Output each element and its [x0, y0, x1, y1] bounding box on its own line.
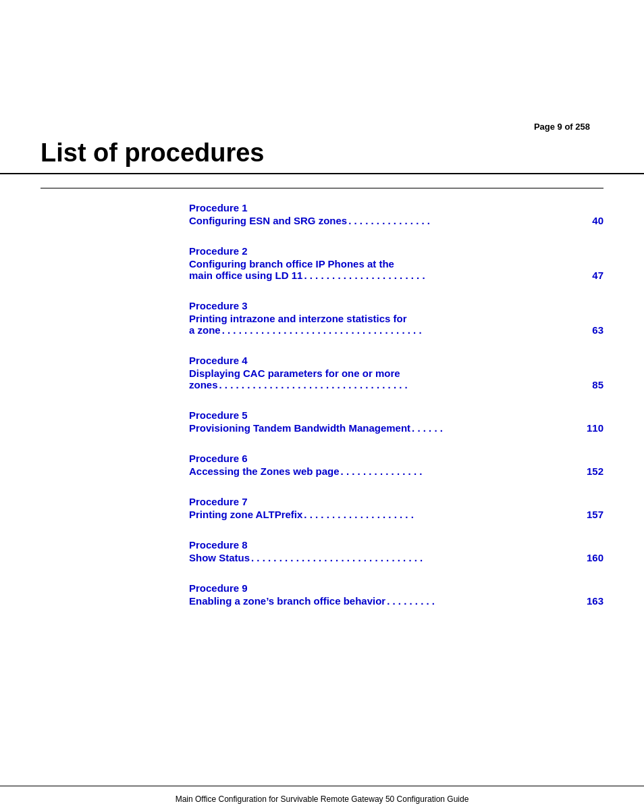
- content-area: Procedure 1Configuring ESN and SRG zones…: [0, 195, 644, 786]
- procedure-item-9[interactable]: Procedure 9Enabling a zone’s branch offi…: [189, 582, 603, 607]
- procedure-label-7: Procedure 7: [189, 496, 603, 507]
- procedure-title-7: Printing zone ALTPrefix: [189, 509, 302, 520]
- procedure-title-8: Show Status: [189, 552, 250, 563]
- procedure-page-1: 40: [592, 215, 603, 226]
- procedure-dots-7: . . . . . . . . . . . . . . . . . . . .: [304, 509, 585, 520]
- procedure-title-9: Enabling a zone’s branch office behavior: [189, 595, 385, 607]
- procedure-dots-1: . . . . . . . . . . . . . . .: [348, 215, 591, 226]
- procedure-title-2: main office using LD 11: [189, 270, 302, 281]
- procedure-title-6: Accessing the Zones web page: [189, 465, 340, 477]
- procedure-item-2[interactable]: Procedure 2Configuring branch office IP …: [189, 245, 603, 281]
- procedure-page-4: 85: [592, 379, 603, 390]
- page-title: List of procedures: [41, 138, 603, 173]
- procedure-label-8: Procedure 8: [189, 539, 603, 551]
- procedure-label-2: Procedure 2: [189, 245, 603, 257]
- procedure-item-5[interactable]: Procedure 5Provisioning Tandem Bandwidth…: [189, 409, 603, 434]
- procedure-dots-3: . . . . . . . . . . . . . . . . . . . . …: [222, 324, 591, 336]
- page: Page 9 of 258 List of procedures Procedu…: [0, 0, 644, 812]
- footer: Main Office Configuration for Survivable…: [0, 786, 644, 812]
- procedure-label-3: Procedure 3: [189, 300, 603, 311]
- procedure-title-line1-4: Displaying CAC parameters for one or mor…: [189, 367, 603, 379]
- procedure-title-5: Provisioning Tandem Bandwidth Management: [189, 422, 410, 434]
- procedure-page-2: 47: [592, 270, 603, 281]
- procedure-item-4[interactable]: Procedure 4Displaying CAC parameters for…: [189, 355, 603, 390]
- footer-text: Main Office Configuration for Survivable…: [176, 794, 469, 804]
- procedure-dots-8: . . . . . . . . . . . . . . . . . . . . …: [251, 552, 585, 563]
- procedure-dots-6: . . . . . . . . . . . . . . .: [341, 465, 585, 477]
- procedure-item-7[interactable]: Procedure 7Printing zone ALTPrefix . . .…: [189, 496, 603, 520]
- procedure-dots-5: . . . . . .: [412, 422, 585, 434]
- procedure-item-1[interactable]: Procedure 1Configuring ESN and SRG zones…: [189, 202, 603, 226]
- procedure-title-3: a zone: [189, 324, 221, 336]
- procedure-title-line1-3: Printing intrazone and interzone statist…: [189, 313, 603, 324]
- procedure-label-1: Procedure 1: [189, 202, 603, 213]
- procedure-label-9: Procedure 9: [189, 582, 603, 594]
- procedure-entry-last-2: main office using LD 11 . . . . . . . . …: [189, 270, 603, 281]
- procedure-page-7: 157: [587, 509, 603, 520]
- procedure-item-8[interactable]: Procedure 8Show Status . . . . . . . . .…: [189, 539, 603, 563]
- procedure-title-line1-2: Configuring branch office IP Phones at t…: [189, 258, 603, 270]
- procedure-dots-2: . . . . . . . . . . . . . . . . . . . . …: [304, 270, 591, 281]
- procedure-label-6: Procedure 6: [189, 453, 603, 464]
- procedure-page-3: 63: [592, 324, 603, 336]
- procedure-entry-last-3: a zone . . . . . . . . . . . . . . . . .…: [189, 324, 603, 336]
- procedures-list: Procedure 1Configuring ESN and SRG zones…: [41, 202, 603, 607]
- procedure-entry-6: Accessing the Zones web page . . . . . .…: [189, 465, 603, 477]
- procedure-page-5: 110: [587, 422, 603, 434]
- procedure-page-8: 160: [587, 552, 603, 563]
- procedure-entry-last-4: zones . . . . . . . . . . . . . . . . . …: [189, 379, 603, 390]
- procedure-dots-9: . . . . . . . . .: [387, 595, 585, 607]
- procedure-entry-7: Printing zone ALTPrefix . . . . . . . . …: [189, 509, 603, 520]
- procedure-label-5: Procedure 5: [189, 409, 603, 421]
- procedure-page-6: 152: [587, 465, 603, 477]
- procedure-item-6[interactable]: Procedure 6Accessing the Zones web page …: [189, 453, 603, 477]
- procedure-title-1: Configuring ESN and SRG zones: [189, 215, 347, 226]
- procedure-title-4: zones: [189, 379, 218, 390]
- procedure-page-9: 163: [587, 595, 603, 607]
- page-title-section: List of procedures: [0, 138, 644, 174]
- section-divider: [41, 188, 603, 188]
- procedure-label-4: Procedure 4: [189, 355, 603, 366]
- procedure-dots-4: . . . . . . . . . . . . . . . . . . . . …: [219, 379, 591, 390]
- procedure-entry-5: Provisioning Tandem Bandwidth Management…: [189, 422, 603, 434]
- procedure-item-3[interactable]: Procedure 3Printing intrazone and interz…: [189, 300, 603, 336]
- page-number: Page 9 of 258: [0, 0, 644, 138]
- procedure-entry-9: Enabling a zone’s branch office behavior…: [189, 595, 603, 607]
- procedure-entry-1: Configuring ESN and SRG zones . . . . . …: [189, 215, 603, 226]
- procedure-entry-8: Show Status . . . . . . . . . . . . . . …: [189, 552, 603, 563]
